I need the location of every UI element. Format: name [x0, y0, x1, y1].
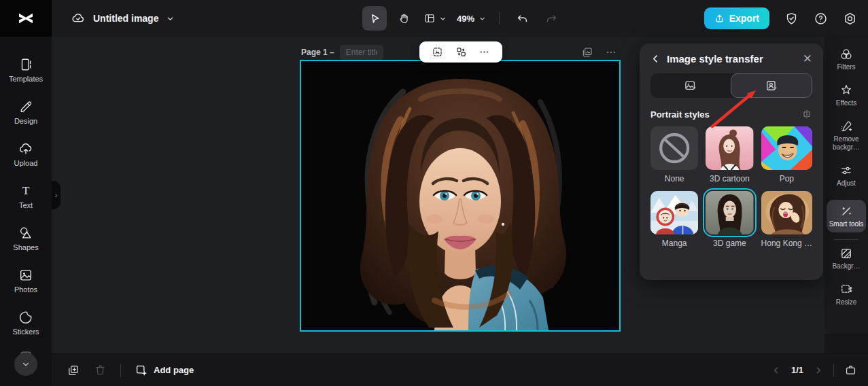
sidebar-item-photos[interactable]: Photos — [0, 268, 52, 294]
image-style-transfer-panel: Image style transfer ✕ Portrait styles — [640, 43, 823, 280]
tool-resize[interactable]: Resize — [827, 283, 866, 306]
settings-gear-icon[interactable] — [843, 12, 857, 26]
capcut-logo-icon — [16, 8, 36, 29]
divider — [499, 12, 500, 24]
text-icon: T — [18, 183, 33, 198]
layout-tool-button[interactable] — [421, 6, 449, 31]
zoom-dropdown[interactable]: 49% — [454, 14, 489, 24]
divider — [120, 364, 121, 377]
style-option-3d-game[interactable]: 3D game — [706, 191, 753, 248]
tool-background[interactable]: Backgr… — [827, 247, 866, 270]
image-style-icon — [684, 79, 697, 92]
portrait-image — [301, 61, 619, 330]
resize-icon — [839, 283, 853, 296]
sidebar-item-design[interactable]: Design — [0, 99, 52, 125]
delete-page-button[interactable] — [94, 364, 107, 376]
undo-button[interactable] — [510, 6, 534, 31]
canvas-floating-toolbar — [419, 41, 502, 63]
style-option-pop[interactable]: Pop — [761, 126, 812, 183]
sidebar-item-upload[interactable]: Upload — [0, 141, 52, 167]
page-label: Page 1 – — [301, 48, 334, 57]
page-indicator: 1/1 — [791, 365, 803, 375]
magic-wand-icon — [839, 205, 853, 218]
page-more-icon[interactable] — [605, 46, 617, 58]
page-title-input[interactable] — [340, 45, 383, 60]
prohibited-icon — [650, 126, 698, 170]
style-thumb-hong-kong — [761, 191, 812, 234]
upload-cloud-icon — [18, 141, 33, 156]
sidebar-collapse-button[interactable] — [14, 353, 37, 376]
style-mode-tabs — [650, 73, 812, 98]
chevron-down-icon — [479, 15, 486, 22]
sidebar-item-templates[interactable]: Templates — [0, 57, 52, 83]
portrait-style-icon — [765, 79, 778, 92]
document-title[interactable]: Untitled image — [93, 13, 158, 24]
sidebar-item-stickers[interactable]: Stickers — [0, 310, 52, 336]
chevron-down-icon — [439, 15, 447, 22]
app-logo[interactable] — [0, 0, 52, 37]
bottom-bar: Add page 1/1 — [52, 353, 868, 386]
title-chevron-down-icon[interactable] — [166, 14, 175, 23]
add-page-button[interactable]: Add page — [135, 364, 194, 376]
portrait-style-grid: None 3D cartoon — [650, 126, 812, 248]
layout-icon — [423, 12, 436, 24]
style-option-manga[interactable]: Manga — [650, 191, 698, 248]
tool-effects[interactable]: Effects — [827, 84, 866, 107]
chevron-down-icon — [21, 359, 31, 369]
divider — [833, 364, 834, 377]
upload-icon — [714, 14, 725, 24]
select-tool-button[interactable] — [362, 6, 387, 31]
sidebar-item-text[interactable]: T Text — [0, 183, 52, 209]
tool-remove-background[interactable]: Remove backgr… — [827, 120, 866, 152]
tool-adjust[interactable]: Adjust — [827, 164, 866, 188]
style-option-3d-cartoon[interactable]: 3D cartoon — [706, 126, 753, 183]
more-options-button[interactable] — [479, 46, 490, 58]
tab-portrait-style[interactable] — [731, 73, 812, 98]
shapes-icon — [18, 226, 33, 241]
add-page-icon — [135, 364, 147, 376]
tab-image-style[interactable] — [650, 73, 731, 98]
style-option-hong-kong[interactable]: Hong Kong … — [761, 191, 812, 248]
export-button[interactable]: Export — [704, 7, 769, 29]
previous-page-button[interactable] — [771, 366, 781, 375]
tool-filters[interactable]: Filters — [827, 48, 866, 71]
duplicate-page-icon[interactable] — [581, 46, 593, 58]
sidebar-item-shapes[interactable]: Shapes — [0, 226, 52, 251]
filters-icon — [839, 48, 853, 61]
replace-image-button[interactable] — [455, 46, 467, 58]
help-icon[interactable] — [814, 12, 828, 26]
next-page-button[interactable] — [814, 366, 823, 375]
style-thumb-3d-game — [706, 191, 753, 234]
panel-expand-handle[interactable]: › — [52, 181, 60, 209]
style-thumb-3d-cartoon — [706, 126, 753, 170]
tool-smart-tools[interactable]: Smart tools — [827, 200, 866, 232]
section-title: Portrait styles — [650, 109, 710, 120]
shield-check-icon[interactable] — [784, 12, 799, 26]
top-bar: Untitled image 49% — [0, 0, 868, 37]
panel-back-button[interactable] — [650, 54, 661, 64]
redo-button[interactable] — [539, 6, 563, 31]
compare-flip-icon[interactable] — [801, 109, 812, 120]
image-editor-app: Untitled image 49% — [0, 0, 868, 386]
hand-tool-button[interactable] — [392, 6, 416, 31]
export-label: Export — [729, 13, 759, 24]
stickers-icon — [18, 310, 33, 325]
svg-text:T: T — [22, 183, 30, 197]
style-thumb-manga — [650, 191, 698, 234]
divider — [834, 239, 858, 240]
cloud-sync-icon — [71, 11, 86, 26]
canvas-page[interactable] — [301, 61, 619, 330]
panel-close-button[interactable]: ✕ — [803, 53, 812, 65]
left-sidebar: Templates Design Upload T Text Shapes — [0, 37, 52, 386]
style-thumb-none — [650, 126, 698, 170]
remove-background-icon — [839, 120, 853, 133]
select-area-button[interactable] — [432, 46, 443, 58]
style-option-none[interactable]: None — [650, 126, 698, 183]
duplicate-page-button[interactable] — [67, 364, 80, 377]
background-icon — [839, 247, 853, 260]
photos-icon — [18, 268, 33, 283]
present-button[interactable] — [844, 364, 857, 376]
right-toolbar: Filters Effects Remove backgr… Adjust — [824, 37, 868, 334]
effects-star-icon — [839, 84, 853, 97]
style-thumb-pop — [761, 126, 812, 170]
